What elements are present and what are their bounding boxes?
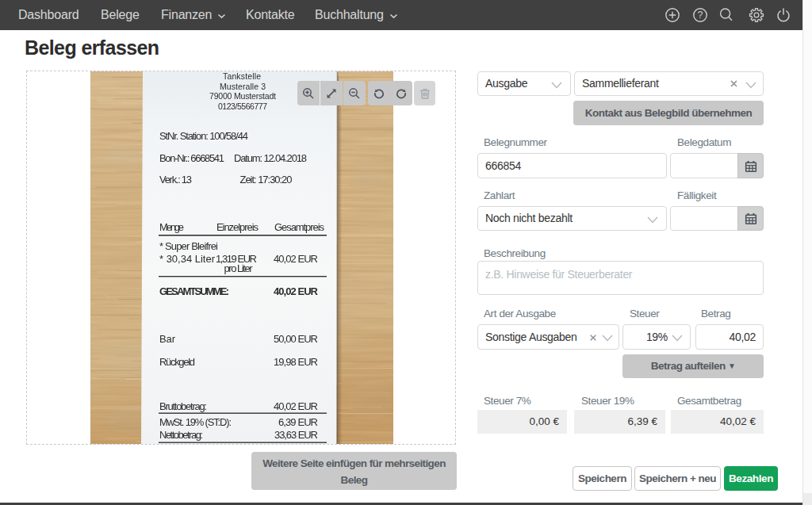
svg-text:Bon-Nr.: 6668541: Bon-Nr.: 6668541 [159,152,224,164]
svg-text:33,63 EUR: 33,63 EUR [274,429,318,441]
svg-text:19,98 EUR: 19,98 EUR [274,356,318,368]
svg-text:79000 Musterstadt: 79000 Musterstadt [209,91,276,101]
svg-text:Einzelpreis: Einzelpreis [216,221,259,233]
svg-text:pro Liter: pro Liter [224,262,254,274]
svg-text:Nettobetrag:: Nettobetrag: [159,429,203,441]
svg-text:Verk.: 13: Verk.: 13 [159,174,192,186]
svg-text:GESAMTSUMME:: GESAMTSUMME: [159,285,229,297]
svg-text:Gesamtpreis: Gesamtpreis [274,221,325,233]
svg-text:MwSt. 19% (ST:D):: MwSt. 19% (ST:D): [159,416,232,428]
svg-text:Musteralle 3: Musteralle 3 [220,82,266,91]
svg-text:?: ? [698,10,703,21]
svg-text:40,02 EUR: 40,02 EUR [274,400,318,412]
svg-text:6,39 EUR: 6,39 EUR [278,416,318,428]
svg-text:* Super Bleifrei: * Super Bleifrei [159,240,218,252]
svg-text:Rückgeld: Rückgeld [159,356,195,368]
svg-text:* 30,34 Liter: * 30,34 Liter [159,253,216,265]
svg-text:Menge: Menge [159,221,184,233]
svg-text:Datum: 12.04.2018: Datum: 12.04.2018 [234,152,307,164]
svg-text:Bruttobetrag:: Bruttobetrag: [159,400,207,412]
svg-text:Bar: Bar [159,333,176,345]
svg-text:40,02 EUR: 40,02 EUR [274,253,318,265]
svg-text:0123/5566777: 0123/5566777 [218,101,267,111]
svg-text:StNr. Station: 100/58/44: StNr. Station: 100/58/44 [159,130,248,142]
svg-text:50,00 EUR: 50,00 EUR [274,333,318,345]
svg-text:Tankstelle: Tankstelle [223,71,261,81]
svg-text:40,02 EUR: 40,02 EUR [274,285,319,297]
svg-text:Zeit: 17:30:20: Zeit: 17:30:20 [240,174,293,186]
